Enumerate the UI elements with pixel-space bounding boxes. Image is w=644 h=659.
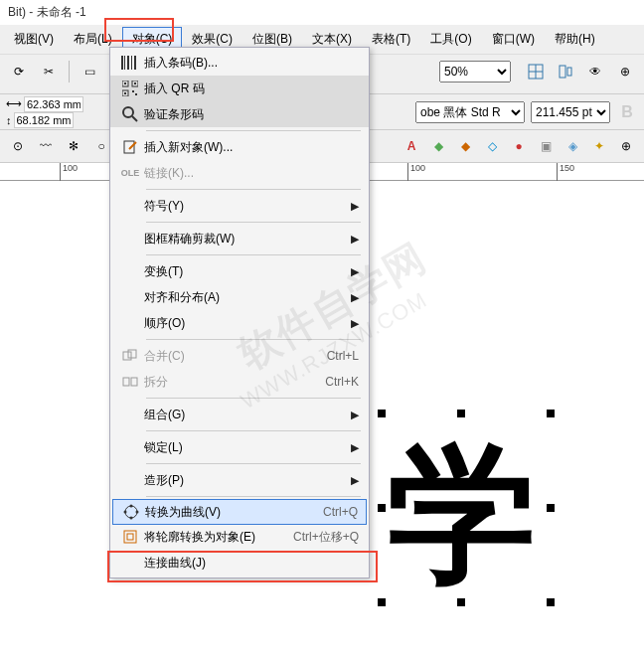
menu-item-连接曲线(J)[interactable]: 连接曲线(J) bbox=[110, 550, 369, 576]
shortcut-label: Ctrl+位移+Q bbox=[293, 529, 359, 546]
a-icon[interactable]: A bbox=[400, 134, 423, 158]
grid-icon[interactable] bbox=[523, 59, 549, 84]
submenu-arrow-icon: ▶ bbox=[351, 441, 359, 454]
shape7-icon[interactable]: ✦ bbox=[587, 134, 611, 158]
submenu-arrow-icon: ▶ bbox=[351, 409, 359, 421]
target-icon[interactable]: ⊕ bbox=[612, 59, 638, 84]
svg-rect-22 bbox=[123, 352, 131, 360]
wave-icon[interactable]: 〰 bbox=[34, 134, 58, 158]
menu-表格(T)[interactable]: 表格(T) bbox=[362, 27, 420, 52]
menu-item-label: 将轮廓转换为对象(E) bbox=[144, 529, 293, 546]
sel-handle-s[interactable] bbox=[457, 598, 465, 606]
sel-handle-se[interactable] bbox=[547, 598, 555, 606]
doc-icon[interactable]: ▭ bbox=[77, 59, 102, 84]
align-icon[interactable] bbox=[553, 59, 578, 84]
svg-rect-24 bbox=[123, 378, 129, 386]
title-text: Bit) - 未命名 -1 bbox=[8, 5, 86, 19]
menu-item-插入新对象(W)...[interactable]: 插入新对象(W)... bbox=[110, 134, 369, 160]
menu-item-label: 对齐和分布(A) bbox=[144, 289, 351, 306]
zoom-select[interactable]: 50% bbox=[439, 61, 511, 82]
menu-item-链接(K)...: OLE链接(K)... bbox=[110, 160, 369, 186]
svg-rect-6 bbox=[124, 56, 125, 70]
submenu-arrow-icon: ▶ bbox=[351, 291, 359, 304]
bold-icon[interactable]: B bbox=[616, 101, 638, 123]
shortcut-label: Ctrl+K bbox=[325, 375, 359, 389]
menu-item-插入条码(B)...[interactable]: 插入条码(B)... bbox=[110, 50, 369, 76]
shape3-icon[interactable]: ◇ bbox=[480, 134, 504, 158]
zoom-selector[interactable]: 50% bbox=[439, 61, 511, 82]
ruler-tick: 100 bbox=[407, 163, 425, 181]
shape6-icon[interactable]: ◈ bbox=[561, 134, 584, 158]
shortcut-label: Ctrl+Q bbox=[323, 505, 358, 519]
height-arrow-icon: ↕ bbox=[6, 114, 12, 126]
menu-窗口(W)[interactable]: 窗口(W) bbox=[482, 27, 545, 52]
qr-icon bbox=[116, 81, 144, 96]
svg-rect-25 bbox=[131, 378, 137, 386]
svg-rect-20 bbox=[124, 141, 134, 153]
menu-item-对齐和分布(A)[interactable]: 对齐和分布(A)▶ bbox=[110, 284, 369, 310]
svg-rect-32 bbox=[127, 534, 133, 540]
svg-rect-31 bbox=[124, 531, 136, 543]
menu-item-label: 插入 QR 码 bbox=[144, 81, 359, 97]
sel-center[interactable]: ✕ bbox=[457, 499, 469, 515]
sel-handle-sw[interactable] bbox=[378, 598, 386, 606]
shape5-icon[interactable]: ▣ bbox=[534, 134, 558, 158]
sel-handle-ne[interactable] bbox=[547, 410, 555, 417]
cog-icon[interactable]: ✻ bbox=[62, 134, 85, 158]
ruler-tick: 100 bbox=[60, 163, 78, 181]
ruler-tick: 150 bbox=[557, 163, 574, 181]
menu-item-图框精确剪裁(W)[interactable]: 图框精确剪裁(W)▶ bbox=[110, 226, 369, 251]
menu-item-转换为曲线(V)[interactable]: 转换为曲线(V)Ctrl+Q bbox=[112, 499, 367, 525]
svg-point-18 bbox=[123, 107, 133, 117]
menu-item-符号(Y)[interactable]: 符号(Y)▶ bbox=[110, 193, 369, 219]
sel-handle-nw[interactable] bbox=[378, 410, 386, 417]
svg-rect-8 bbox=[131, 56, 132, 70]
svg-rect-16 bbox=[132, 90, 134, 92]
refresh-icon[interactable]: ⟳ bbox=[6, 59, 32, 84]
shape4-icon[interactable]: ● bbox=[507, 134, 531, 158]
width-input[interactable] bbox=[24, 96, 83, 112]
menu-item-label: 拆分 bbox=[144, 374, 325, 391]
svg-point-27 bbox=[130, 505, 133, 508]
font-select[interactable]: obe 黑体 Std R bbox=[415, 101, 525, 123]
svg-point-26 bbox=[125, 506, 137, 518]
menu-item-验证条形码[interactable]: 验证条形码 bbox=[110, 101, 369, 127]
submenu-arrow-icon: ▶ bbox=[351, 265, 359, 278]
menu-工具(O)[interactable]: 工具(O) bbox=[420, 27, 481, 52]
verify-icon bbox=[116, 105, 144, 123]
merge-icon bbox=[116, 348, 144, 364]
font-size-select[interactable]: 211.455 pt bbox=[531, 101, 610, 123]
eye-icon[interactable]: 👁 bbox=[582, 59, 608, 84]
menu-item-label: 图框精确剪裁(W) bbox=[144, 231, 351, 247]
shape2-icon[interactable]: ◆ bbox=[453, 134, 477, 158]
menu-帮助(H)[interactable]: 帮助(H) bbox=[545, 27, 605, 52]
menu-item-label: 插入条码(B)... bbox=[144, 55, 359, 72]
menu-item-顺序(O)[interactable]: 顺序(O)▶ bbox=[110, 310, 369, 336]
lasso-icon[interactable]: ⊙ bbox=[6, 134, 30, 158]
cut-icon[interactable]: ✂ bbox=[36, 59, 62, 84]
menu-item-变换(T)[interactable]: 变换(T)▶ bbox=[110, 258, 369, 284]
menu-item-锁定(L)[interactable]: 锁定(L)▶ bbox=[110, 434, 369, 460]
menu-item-组合(G)[interactable]: 组合(G)▶ bbox=[110, 402, 369, 427]
barcode-icon bbox=[116, 56, 144, 70]
menu-item-label: 链接(K)... bbox=[144, 165, 359, 182]
menu-item-造形(P)[interactable]: 造形(P)▶ bbox=[110, 467, 369, 493]
menu-视图(V)[interactable]: 视图(V) bbox=[4, 27, 64, 52]
submenu-arrow-icon: ▶ bbox=[351, 474, 359, 487]
menu-item-label: 合并(C) bbox=[144, 348, 327, 365]
shape1-icon[interactable]: ◆ bbox=[426, 134, 450, 158]
svg-rect-15 bbox=[124, 92, 126, 94]
split-icon bbox=[116, 374, 144, 390]
sel-handle-e[interactable] bbox=[547, 504, 555, 512]
ole-icon: OLE bbox=[116, 168, 144, 178]
sel-handle-w[interactable] bbox=[378, 504, 386, 512]
height-input[interactable] bbox=[14, 112, 74, 128]
svg-point-29 bbox=[130, 517, 133, 520]
menu-item-插入 QR 码[interactable]: 插入 QR 码 bbox=[110, 76, 369, 101]
menu-item-将轮廓转换为对象(E)[interactable]: 将轮廓转换为对象(E)Ctrl+位移+Q bbox=[110, 524, 369, 550]
menu-item-label: 插入新对象(W)... bbox=[144, 139, 359, 156]
canvas-plus-icon[interactable]: ⊕ bbox=[614, 134, 638, 158]
sel-handle-n[interactable] bbox=[457, 410, 465, 417]
menu-item-拆分: 拆分Ctrl+K bbox=[110, 369, 369, 395]
svg-rect-5 bbox=[121, 56, 123, 70]
